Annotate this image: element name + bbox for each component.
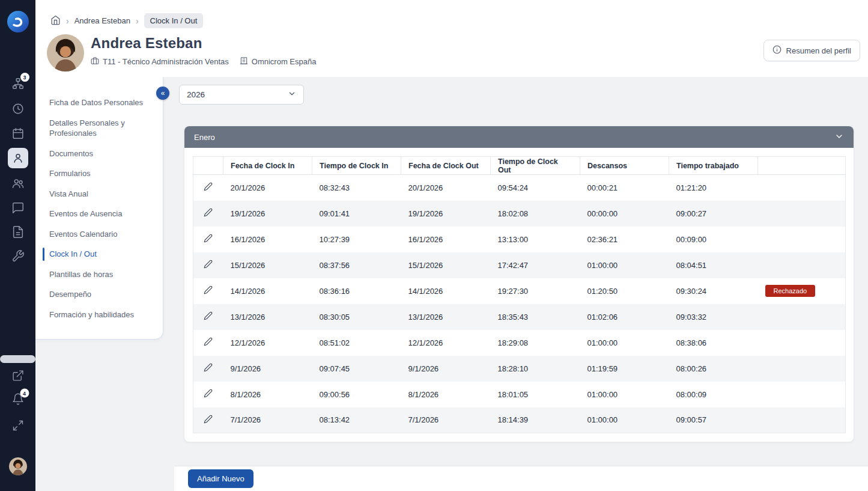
edit-entry-button[interactable] [204, 415, 213, 425]
fullscreen-icon [12, 419, 24, 432]
app-logo[interactable] [7, 10, 29, 33]
edit-cell [193, 356, 223, 382]
clock-in-date-cell: 15/1/2026 [223, 252, 312, 278]
year-select[interactable]: 2026 [179, 85, 304, 105]
clock-row: 20/1/202608:32:4320/1/202609:54:2400:00:… [193, 175, 846, 201]
count-badge: 3 [20, 73, 29, 82]
clock-in-date-cell: 20/1/2026 [223, 175, 312, 201]
sidebar-item-fullscreen[interactable] [12, 419, 24, 432]
footer-bar: Añadir Nuevo [174, 466, 868, 491]
table-wrap: Fecha de Clock InTiempo de Clock InFecha… [193, 156, 845, 433]
column-header: Fecha de Clock Out [401, 157, 491, 175]
pencil-icon [204, 234, 213, 245]
edit-entry-button[interactable] [204, 389, 213, 400]
profile-summary-button[interactable]: Resumen del perfil [763, 40, 860, 61]
edit-cell [193, 407, 223, 433]
sidebar-item-chat[interactable] [11, 201, 25, 215]
submenu-item-detalles-personales-y-profesionales[interactable]: Detalles Personales y Profesionales [35, 113, 163, 144]
edit-entry-button[interactable] [204, 337, 213, 348]
edit-entry-button[interactable] [204, 182, 213, 193]
clock-out-time-cell: 17:42:47 [491, 252, 580, 278]
breaks-cell: 01:00:00 [580, 407, 669, 433]
status-cell [758, 227, 846, 252]
breaks-cell: 01:00:00 [580, 252, 669, 278]
clock-in-time-cell: 08:32:43 [312, 175, 401, 201]
main-area: › Andrea Esteban › Clock In / Out Andrea… [35, 0, 868, 491]
worked-time-cell: 00:09:00 [669, 227, 758, 252]
clock-in-time-cell: 08:36:16 [312, 278, 401, 304]
sidebar-item-external-link[interactable] [11, 370, 24, 382]
edit-cell [193, 175, 223, 201]
breaks-cell: 01:00:00 [580, 382, 669, 407]
clock-out-time-cell: 09:54:24 [491, 175, 580, 201]
profile-position: T11 - Técnico Administración Ventas [103, 57, 229, 66]
pencil-icon [204, 285, 213, 296]
breadcrumb-home[interactable] [50, 15, 61, 27]
edit-cell [193, 252, 223, 278]
month-header[interactable]: Enero [184, 126, 854, 148]
edit-entry-button[interactable] [204, 260, 213, 270]
breaks-cell: 01:02:06 [580, 304, 669, 330]
worked-time-cell: 08:00:26 [669, 356, 758, 382]
sidebar-item-organization[interactable]: 3 [11, 77, 25, 90]
breadcrumb-item-employee[interactable]: Andrea Esteban [74, 16, 130, 25]
edit-cell [193, 227, 223, 252]
clock-out-date-cell: 19/1/2026 [401, 201, 491, 227]
chevron-down-icon [834, 132, 844, 143]
sidebar-item-reports[interactable] [11, 225, 25, 239]
submenu-item-clock-in-out[interactable]: Clock In / Out [35, 244, 163, 264]
sidebar-item-clock-in[interactable] [11, 102, 25, 115]
submenu-item-ficha-de-datos-personales[interactable]: Ficha de Datos Personales [35, 93, 163, 113]
submenu-item-plantillas-de-horas[interactable]: Plantillas de horas [35, 264, 163, 285]
sidebar-item-team[interactable] [11, 177, 25, 190]
clock-row: 14/1/202608:36:1614/1/202619:27:3001:20:… [193, 278, 846, 304]
clock-out-time-cell: 19:27:30 [491, 278, 580, 304]
notification-badge: 4 [20, 389, 29, 398]
submenu-item-formaci-n-y-habilidades[interactable]: Formación y habilidades [35, 305, 163, 325]
submenu-item-eventos-de-ausencia[interactable]: Eventos de Ausencia [35, 204, 163, 224]
profile-avatar [47, 34, 84, 72]
year-select-value: 2026 [187, 90, 205, 99]
worked-time-cell: 09:00:27 [669, 201, 758, 227]
edit-entry-button[interactable] [204, 234, 213, 245]
profile-company: Omnicrom España [252, 57, 317, 66]
edit-entry-button[interactable] [204, 363, 213, 374]
reports-icon [11, 225, 25, 239]
sidebar-item-settings[interactable] [11, 249, 25, 263]
sidebar-item-employees[interactable] [8, 148, 28, 168]
breadcrumb-item-current[interactable]: Clock In / Out [144, 13, 204, 28]
chat-icon [11, 201, 25, 215]
edit-entry-button[interactable] [204, 208, 213, 219]
column-header-empty [758, 157, 846, 175]
user-avatar-image [9, 457, 27, 475]
month-card: Enero Fecha de Clock InTiempo de Clock I… [184, 126, 854, 442]
breaks-cell: 02:36:21 [580, 227, 669, 252]
worked-time-cell: 08:00:09 [669, 382, 758, 407]
sidebar-user-avatar[interactable] [9, 457, 27, 475]
pencil-icon [204, 182, 213, 193]
clock-table-header-row: Fecha de Clock InTiempo de Clock InFecha… [193, 157, 846, 175]
sidebar-item-notifications[interactable]: 4 [11, 393, 24, 406]
column-header: Tiempo de Clock Out [491, 157, 580, 175]
home-icon [50, 15, 61, 27]
info-icon [772, 45, 782, 56]
submenu-item-eventos-calendario[interactable]: Eventos Calendario [35, 224, 163, 245]
submenu-item-formularios[interactable]: Formularios [35, 163, 163, 184]
worked-time-cell: 01:21:20 [669, 175, 758, 201]
building-icon [240, 56, 248, 67]
clock-row: 19/1/202609:01:4119/1/202618:02:0800:00:… [193, 201, 846, 227]
sidebar-item-calendar[interactable] [11, 127, 25, 140]
clock-out-date-cell: 13/1/2026 [401, 304, 491, 330]
submenu-item-desempe-o[interactable]: Desempeño [35, 284, 163, 305]
edit-entry-button[interactable] [204, 311, 213, 322]
breaks-cell: 00:00:00 [580, 201, 669, 227]
edit-entry-button[interactable] [204, 285, 213, 296]
edit-cell [193, 304, 223, 330]
submenu-item-documentos[interactable]: Documentos [35, 144, 163, 164]
status-cell [758, 382, 846, 407]
worked-time-cell: 09:00:57 [669, 407, 758, 433]
clock-in-icon [11, 102, 25, 115]
clock-in-time-cell: 09:07:45 [312, 356, 401, 382]
submenu-item-vista-anual[interactable]: Vista Anual [35, 184, 163, 204]
add-new-button[interactable]: Añadir Nuevo [188, 469, 253, 488]
